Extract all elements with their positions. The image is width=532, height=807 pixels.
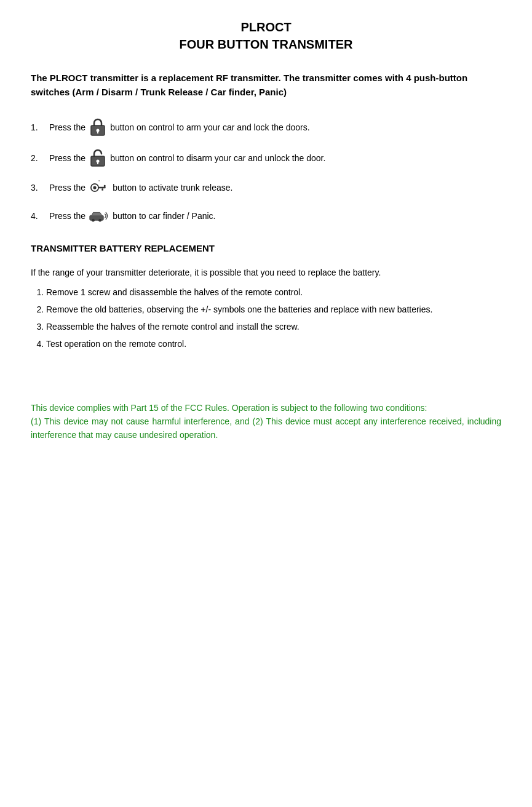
page-title: PLROCT FOUR BUTTON TRANSMITER (31, 18, 501, 53)
lock-closed-icon (89, 117, 106, 137)
list-number-2: 2. (31, 152, 49, 165)
battery-step-4: Test operation on the remote control. (46, 337, 501, 352)
after-text-4: button to car finder / Panic. (113, 210, 215, 223)
intro-text: The PLROCT transmitter is a replacement … (31, 71, 501, 99)
svg-rect-12 (90, 215, 103, 220)
panic-icon (89, 207, 109, 225)
fcc-compliance-text: This device complies with Part 15 of the… (31, 401, 501, 442)
list-number-4: 4. (31, 210, 49, 223)
svg-rect-10 (102, 188, 104, 191)
battery-step-2: Remove the old batteries, observing the … (46, 303, 501, 317)
trunk-icon: ' (89, 179, 109, 196)
battery-step-3: Reassemble the halves of the remote cont… (46, 320, 501, 335)
after-text-3: button to activate trunk release. (113, 181, 232, 194)
svg-point-14 (98, 219, 101, 222)
before-text-4: Press the (49, 210, 85, 223)
battery-section: TRANSMITTER BATTERY REPLACEMENT If the r… (31, 243, 501, 352)
battery-intro-text: If the range of your transmitter deterio… (31, 266, 501, 279)
before-text-1: Press the (49, 121, 85, 134)
before-text-2: Press the (49, 152, 85, 165)
svg-rect-9 (104, 185, 106, 188)
after-text-2: button on control to disarm your car and… (110, 152, 325, 165)
list-item: 4. Press the button to car finder / Pani… (31, 207, 501, 225)
battery-section-title: TRANSMITTER BATTERY REPLACEMENT (31, 243, 501, 253)
svg-text:': ' (98, 180, 100, 184)
svg-point-7 (93, 186, 97, 189)
after-text-1: button on control to arm your car and lo… (110, 121, 310, 134)
svg-point-1 (97, 129, 100, 132)
battery-steps-list: Remove 1 screw and disassemble the halve… (46, 285, 501, 351)
before-text-3: Press the (49, 181, 85, 194)
battery-step-1: Remove 1 screw and disassemble the halve… (46, 285, 501, 300)
list-item: 3. Press the ' button to activate trunk … (31, 179, 501, 196)
svg-point-13 (92, 219, 95, 222)
list-number-3: 3. (31, 181, 49, 194)
list-item: 1. Press the button on control to arm yo… (31, 117, 501, 137)
svg-point-4 (97, 160, 100, 163)
lock-open-icon (89, 148, 106, 168)
list-number-1: 1. (31, 121, 49, 134)
list-item: 2. Press the button on control to disarm… (31, 148, 501, 168)
button-instructions-list: 1. Press the button on control to arm yo… (31, 117, 501, 225)
